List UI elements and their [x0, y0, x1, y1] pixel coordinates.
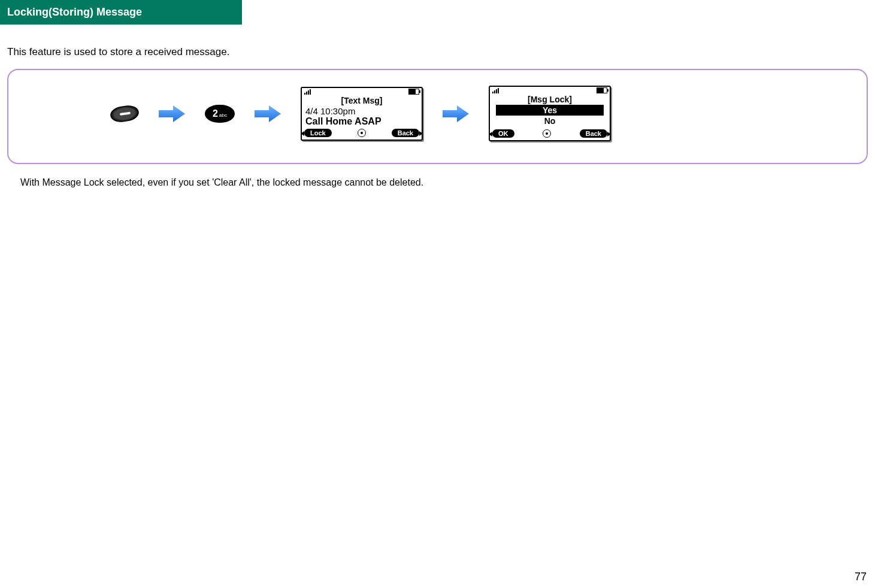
- nav-icon: [358, 129, 366, 137]
- phone-screen-1: [Text Msg] 4/4 10:30pm Call Home ASAP Lo…: [301, 87, 423, 141]
- status-bar: [302, 88, 422, 95]
- footnote-text: With Message Lock selected, even if you …: [20, 177, 875, 188]
- screen1-timestamp: 4/4 10:30pm: [302, 106, 422, 116]
- key-2-digit: 2: [213, 108, 218, 119]
- screen1-title: [Text Msg]: [302, 96, 422, 105]
- nav-icon: [543, 129, 551, 138]
- option-no: No: [496, 116, 604, 126]
- svg-marker-0: [159, 105, 185, 122]
- softkey-back: Back: [392, 129, 419, 137]
- key-2-sub: abc: [219, 113, 227, 118]
- softkey-lock: Lock: [304, 129, 332, 137]
- status-bar: [490, 87, 610, 94]
- phone-screen-2: [Msg Lock] Yes No OK Back: [489, 86, 611, 141]
- arrow-icon: [157, 102, 187, 126]
- key-2-icon: 2 abc: [205, 105, 235, 123]
- arrow-icon: [253, 102, 283, 126]
- arrow-icon: [441, 102, 471, 126]
- option-list: Yes No: [490, 105, 610, 128]
- svg-marker-1: [255, 105, 281, 122]
- step-screen-msglock: [Msg Lock] Yes No OK Back: [489, 86, 611, 141]
- page-number: 77: [855, 571, 867, 583]
- softkey-bar: OK Back: [490, 128, 610, 140]
- step-screen-textmsg: [Text Msg] 4/4 10:30pm Call Home ASAP Lo…: [301, 87, 423, 141]
- battery-icon: [408, 89, 419, 95]
- section-header-text: Locking(Storing) Message: [7, 6, 142, 18]
- step-softkey: [110, 106, 139, 122]
- screen1-body: Call Home ASAP: [302, 116, 422, 127]
- signal-icon: [304, 89, 311, 95]
- step-numkey: 2 abc: [205, 105, 235, 123]
- steps-diagram: 2 abc [Text Msg] 4/4 10:30pm Call Home A…: [7, 69, 868, 164]
- left-softkey-icon: [109, 104, 140, 123]
- screen2-title: [Msg Lock]: [490, 95, 610, 104]
- softkey-bar: Lock Back: [302, 127, 422, 140]
- softkey-back: Back: [580, 129, 607, 138]
- intro-text: This feature is used to store a received…: [7, 46, 875, 58]
- svg-marker-2: [443, 105, 469, 122]
- softkey-ok: OK: [492, 129, 514, 138]
- signal-icon: [492, 87, 499, 93]
- option-yes: Yes: [496, 105, 604, 116]
- battery-icon: [597, 87, 607, 93]
- section-header: Locking(Storing) Message: [0, 0, 242, 25]
